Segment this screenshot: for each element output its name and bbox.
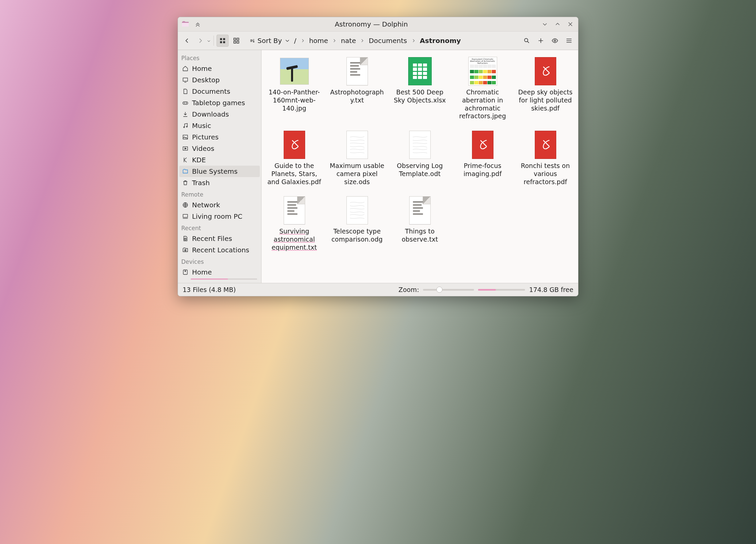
file-label: Maximum usable camera pixel size.ods: [328, 162, 386, 186]
sidebar-item[interactable]: Trash: [179, 177, 260, 189]
icon-view-button[interactable]: [217, 35, 229, 47]
breadcrumb: / home nate Documents Astronomy: [294, 37, 461, 45]
sidebar-item[interactable]: Home: [179, 266, 260, 278]
crumb-current[interactable]: Astronomy: [420, 37, 461, 45]
file-item[interactable]: Surviving astronomical equipment.txt: [265, 194, 324, 252]
disk-usage-bar: [191, 279, 257, 280]
file-label: Deep sky objects for light polluted skie…: [517, 88, 574, 112]
zoom-slider[interactable]: [423, 289, 474, 291]
sidebar-item-label: Recent Files: [192, 235, 232, 243]
search-button[interactable]: [521, 35, 532, 46]
crumb-user[interactable]: nate: [341, 37, 356, 45]
history-chevron-icon[interactable]: [207, 37, 211, 45]
sidebar-item-label: Videos: [192, 144, 214, 153]
close-button[interactable]: [566, 20, 575, 29]
svg-rect-3: [223, 41, 225, 43]
back-button[interactable]: [181, 35, 193, 46]
desktop-icon: [182, 77, 189, 83]
svg-point-13: [186, 103, 187, 103]
forward-button[interactable]: [195, 35, 206, 46]
sidebar-item[interactable]: Tabletop games: [179, 97, 260, 109]
file-item[interactable]: Observing Log Template.odt: [390, 128, 449, 186]
sidebar-item[interactable]: Living room PC: [179, 211, 260, 222]
file-view[interactable]: 140-on-Panther-160mnt-web-140.jpgAstroph…: [262, 50, 578, 283]
sidebar-item[interactable]: Desktop: [179, 74, 260, 86]
sidebar-section-title: Recent: [181, 225, 258, 232]
pictures-icon: [182, 134, 189, 140]
maximize-button[interactable]: [553, 20, 562, 29]
crumb-home[interactable]: home: [309, 37, 328, 45]
svg-point-8: [524, 38, 528, 42]
sidebar-item[interactable]: Videos: [179, 143, 260, 154]
crumb-documents[interactable]: Documents: [369, 37, 407, 45]
file-icon: [531, 130, 560, 159]
file-label: Surviving astronomical equipment.txt: [266, 227, 323, 251]
menu-button[interactable]: [563, 35, 575, 46]
collapse-up-icon[interactable]: [193, 20, 202, 29]
sidebar-item[interactable]: Home: [179, 63, 260, 74]
file-label: Prime-focus imaging.pdf: [454, 162, 511, 178]
status-summary: 13 Files (4.8 MB): [183, 286, 236, 293]
file-icon: [531, 57, 560, 86]
file-item[interactable]: Deep sky objects for light polluted skie…: [516, 55, 575, 121]
dolphin-window: Astronomy — Dolphin Sort By / home nate: [178, 17, 578, 296]
new-button[interactable]: [535, 35, 547, 46]
sort-button[interactable]: Sort By: [249, 37, 290, 45]
file-label: Astrophotography.txt: [328, 88, 386, 104]
sidebar-item-label: Music: [192, 122, 211, 130]
sidebar-item-label: Home: [192, 268, 212, 276]
file-label: Observing Log Template.odt: [391, 162, 448, 178]
sidebar-item[interactable]: Pictures: [179, 131, 260, 143]
recent-locations-icon: [182, 247, 189, 253]
file-item[interactable]: Things to observe.txt: [390, 194, 449, 252]
sidebar-item-label: Recent Locations: [192, 246, 249, 254]
sidebar-item-label: Living room PC: [192, 212, 242, 220]
file-item[interactable]: Maximum usable camera pixel size.ods: [328, 128, 386, 186]
file-item[interactable]: Prime-focus imaging.pdf: [453, 128, 512, 186]
videos-icon: [182, 145, 189, 152]
file-icon: Equivalent Chromatic Aberration of Achro…: [468, 57, 497, 86]
sidebar-item[interactable]: Downloads: [179, 109, 260, 120]
svg-rect-4: [234, 38, 236, 40]
file-item[interactable]: Telescope type comparison.odg: [328, 194, 386, 252]
sidebar-item-label: Downloads: [192, 110, 229, 118]
file-label: Telescope type comparison.odg: [328, 227, 386, 244]
folder-icon: [182, 168, 189, 175]
file-item[interactable]: Best 500 Deep Sky Objects.xlsx: [390, 55, 449, 121]
sidebar-item-label: Blue Systems: [192, 167, 238, 175]
app-icon: [181, 20, 189, 28]
sidebar-item[interactable]: Recent Files: [179, 233, 260, 244]
sidebar-item-label: Tabletop games: [192, 99, 245, 107]
sidebar-item[interactable]: Documents: [179, 86, 260, 97]
sidebar-item[interactable]: Network: [179, 199, 260, 211]
crumb-root[interactable]: /: [294, 37, 296, 45]
sidebar-item[interactable]: Music: [179, 120, 260, 131]
file-item[interactable]: Astrophotography.txt: [328, 55, 386, 121]
file-item[interactable]: Guide to the Planets, Stars, and Galaxie…: [265, 128, 324, 186]
sidebar-section-title: Places: [181, 55, 258, 61]
chevron-right-icon: [411, 37, 416, 45]
trash-icon: [182, 179, 189, 186]
toolbar: Sort By / home nate Documents Astronomy: [178, 32, 578, 50]
file-item[interactable]: Ronchi tests on various refractors.pdf: [516, 128, 575, 186]
sidebar-item[interactable]: Recent Locations: [179, 244, 260, 256]
file-item[interactable]: Equivalent Chromatic Aberration of Achro…: [453, 55, 512, 121]
svg-rect-19: [183, 214, 188, 217]
preview-button[interactable]: [549, 35, 561, 46]
file-label: Guide to the Planets, Stars, and Galaxie…: [266, 162, 323, 186]
file-icon: [280, 130, 309, 159]
games-icon: [182, 99, 189, 106]
disk-icon: [182, 269, 189, 276]
sidebar-item[interactable]: KDE: [179, 154, 260, 166]
sidebar-section-title: Devices: [181, 258, 258, 265]
minimize-button[interactable]: [540, 20, 549, 29]
compact-view-button[interactable]: [231, 35, 242, 46]
file-icon: [343, 130, 372, 159]
file-icon: [406, 130, 434, 159]
sidebar-item-label: Documents: [192, 87, 230, 95]
file-icon: [406, 196, 434, 225]
sidebar-item[interactable]: Blue Systems: [179, 166, 260, 177]
file-label: Things to observe.txt: [391, 227, 448, 244]
file-item[interactable]: 140-on-Panther-160mnt-web-140.jpg: [265, 55, 324, 121]
sidebar-item-label: Home: [192, 65, 212, 73]
